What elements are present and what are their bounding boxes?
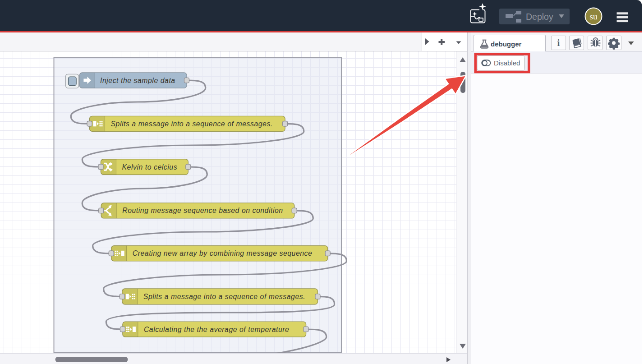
svg-text:su: su xyxy=(590,12,598,21)
svg-text:Inject the sample data: Inject the sample data xyxy=(100,77,175,84)
svg-text:Kelvin to celcius: Kelvin to celcius xyxy=(122,163,178,171)
svg-text:Creating new array by combinin: Creating new array by combining message … xyxy=(133,249,313,257)
svg-text:Calculating the the average of: Calculating the the average of temperatu… xyxy=(144,326,290,333)
svg-text:Splits a message into a sequen: Splits a message into a sequence of mess… xyxy=(143,293,305,300)
svg-text:Disabled: Disabled xyxy=(494,59,520,67)
svg-text:Routing message sequence based: Routing message sequence based on condit… xyxy=(122,207,283,214)
svg-text:Splits a message into a sequen: Splits a message into a sequence of mess… xyxy=(111,120,273,128)
svg-text:debugger: debugger xyxy=(491,40,521,47)
svg-text:i: i xyxy=(557,37,560,48)
svg-text:Deploy: Deploy xyxy=(526,12,553,22)
